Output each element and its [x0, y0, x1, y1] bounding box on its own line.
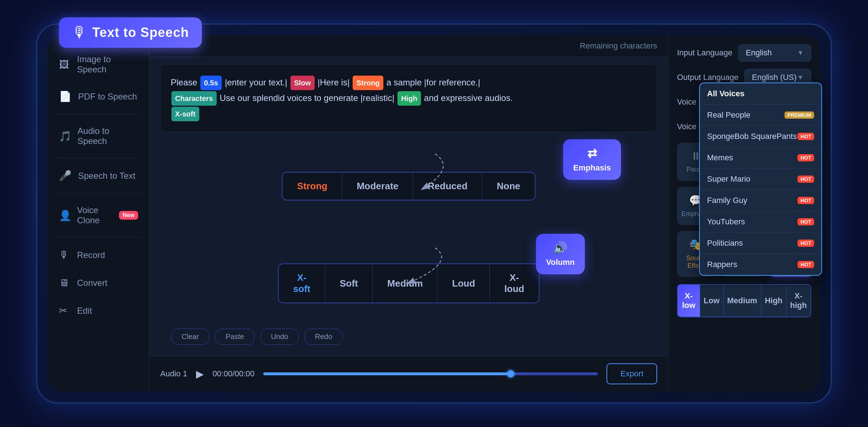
sidebar-item-image-to-speech[interactable]: 🖼 Image to Speech — [48, 46, 149, 83]
text-segment-5: Use our splendid voices to generate |rea… — [220, 93, 397, 103]
emphasis-fab-container: ⇄ Emphasis — [563, 139, 621, 180]
volumn-btn-xsoft[interactable]: X-soft — [279, 264, 326, 303]
pitch-btn-high[interactable]: High — [761, 285, 787, 317]
emphasis-row: Strong Moderate Reduced None — [282, 172, 535, 200]
audio-icon: 🎵 — [59, 130, 71, 142]
emphasis-btn-moderate[interactable]: Moderate — [342, 173, 413, 200]
content-area: Remaining characters Please 0.5s |enter … — [149, 35, 668, 392]
undo-button[interactable]: Undo — [260, 329, 299, 345]
volumn-fab[interactable]: 🔊 Volumn — [536, 234, 585, 274]
hot-badge-politicians: HOT — [797, 240, 814, 247]
mic-icon: 🎤 — [59, 170, 72, 182]
emphasis-btn-reduced[interactable]: Reduced — [413, 173, 482, 200]
outer-shell: 🎙 Text to Speech 🖼 Image to Speech 📄 PDF… — [36, 24, 832, 403]
emphasis-btn-none[interactable]: None — [482, 173, 535, 200]
convert-icon: 🖥 — [59, 277, 71, 289]
dropdown-item-memes[interactable]: Memes HOT — [700, 147, 820, 169]
sidebar-label-pdf-to-speech: PDF to Speech — [78, 92, 137, 102]
export-button[interactable]: Export — [607, 363, 657, 384]
dropdown-label-memes: Memes — [707, 153, 733, 162]
volumn-btn-row: X-soft Soft Medium Loud X-loud — [278, 263, 540, 303]
sidebar-label-convert: Convert — [77, 278, 107, 288]
emphasis-fab[interactable]: ⇄ Emphasis — [563, 139, 621, 180]
dropdown-label-super-mario: Super Mario — [707, 174, 750, 184]
pitch-btn-xhigh[interactable]: X-high — [787, 285, 810, 317]
volumn-fab-icon: 🔊 — [553, 241, 567, 255]
dropdown-item-rappers[interactable]: Rappers HOT — [700, 254, 820, 275]
sidebar-item-edit[interactable]: ✂ Edit — [48, 297, 149, 325]
progress-bar[interactable] — [263, 372, 598, 375]
sidebar-item-record[interactable]: 🎙 Record — [48, 241, 149, 269]
dropdown-item-all-voices[interactable]: All Voices — [700, 83, 820, 105]
hot-badge-youtubers: HOT — [797, 218, 814, 225]
volumn-fab-container: 🔊 Volumn — [536, 234, 585, 274]
clear-button[interactable]: Clear — [171, 329, 209, 345]
emphasis-btn-row: Strong Moderate Reduced None — [282, 172, 535, 200]
dropdown-item-politicians[interactable]: Politicians HOT — [700, 233, 820, 254]
paste-button[interactable]: Paste — [215, 329, 255, 345]
progress-thumb — [507, 370, 514, 377]
pitch-btn-low[interactable]: Low — [700, 285, 724, 317]
sidebar-item-speech-to-text[interactable]: 🎤 Speech to Text — [48, 162, 149, 190]
text-segment-6: and expressive audios. — [424, 93, 512, 103]
hot-badge-rappers: HOT — [797, 261, 814, 268]
input-language-row: Input Language English ▼ — [677, 44, 811, 62]
tag-xsoft: X-soft — [171, 107, 199, 121]
emphasis-btn-strong[interactable]: Strong — [282, 173, 342, 200]
input-language-arrow: ▼ — [797, 49, 804, 57]
clone-icon: 👤 — [59, 210, 71, 221]
premium-badge-real-people: PREMIUM — [784, 111, 814, 119]
bottom-toolbar: Clear Paste Undo Redo — [160, 325, 657, 348]
tag-slow: Slow — [290, 76, 315, 90]
pitch-btn-medium[interactable]: Medium — [724, 285, 761, 317]
play-button[interactable]: ▶ — [196, 368, 204, 380]
output-language-arrow: ▼ — [797, 74, 804, 81]
text-segment-4: a sample |for reference.| — [387, 77, 480, 87]
edit-icon: ✂ — [59, 305, 71, 317]
pitch-btn-xlow[interactable]: X-low — [678, 285, 700, 317]
right-panel: Input Language English ▼ Output Language… — [668, 35, 820, 392]
dropdown-label-youtubers: YouTubers — [707, 217, 745, 227]
dropdown-item-spongebob[interactable]: SpongeBob SquarePants HOT — [700, 126, 820, 147]
emphasis-fab-icon: ⇄ — [587, 147, 597, 160]
editor-section: Please 0.5s |enter your text.| Slow |Her… — [149, 57, 668, 356]
volumn-btn-medium[interactable]: Medium — [373, 264, 438, 303]
sidebar: 🖼 Image to Speech 📄 PDF to Speech 🎵 Audi… — [48, 35, 149, 392]
sidebar-item-pdf-to-speech[interactable]: 📄 PDF to Speech — [48, 83, 149, 110]
sidebar-item-audio-to-speech[interactable]: 🎵 Audio to Speech — [48, 118, 149, 154]
volumn-btn-loud[interactable]: Loud — [438, 264, 490, 303]
text-segment-3: |Here is| — [318, 77, 352, 87]
voice-type-dropdown: All Voices Real People PREMIUM SpongeBob… — [699, 83, 820, 276]
dropdown-item-real-people[interactable]: Real People PREMIUM — [700, 105, 820, 126]
text-display[interactable]: Please 0.5s |enter your text.| Slow |Her… — [160, 64, 657, 132]
input-language-select[interactable]: English ▼ — [738, 44, 811, 62]
hot-badge-family-guy: HOT — [797, 197, 814, 204]
volumn-fab-label: Volumn — [546, 258, 575, 267]
volumn-row: X-soft Soft Medium Loud X-loud — [278, 263, 540, 303]
sidebar-label-audio-to-speech: Audio to Speech — [77, 126, 138, 146]
dropdown-item-youtubers[interactable]: YouTubers HOT — [700, 211, 820, 233]
logo-text: Text to Speech — [92, 25, 189, 40]
dropdown-item-super-mario[interactable]: Super Mario HOT — [700, 169, 820, 190]
dropdown-item-family-guy[interactable]: Family Guy HOT — [700, 190, 820, 211]
tag-characters: Characters — [171, 91, 217, 106]
sidebar-item-convert[interactable]: 🖥 Convert — [48, 269, 149, 297]
sidebar-label-edit: Edit — [77, 306, 92, 316]
dropdown-label-real-people: Real People — [707, 110, 750, 120]
dropdown-label-rappers: Rappers — [707, 260, 737, 269]
sidebar-divider-1 — [55, 114, 142, 114]
dropdown-label-family-guy: Family Guy — [707, 196, 747, 205]
logo-icon: 🎙 — [72, 24, 87, 41]
sidebar-label-image-to-speech: Image to Speech — [77, 54, 138, 75]
tag-strong: Strong — [353, 76, 383, 90]
text-segment-2: |enter your text.| — [225, 77, 290, 87]
hot-badge-mario: HOT — [797, 176, 814, 183]
redo-button[interactable]: Redo — [305, 329, 343, 345]
emphasis-fab-label: Emphasis — [573, 163, 611, 173]
progress-fill — [263, 372, 514, 375]
volumn-btn-xloud[interactable]: X-loud — [490, 264, 539, 303]
pdf-icon: 📄 — [59, 90, 72, 102]
sidebar-label-voice-clone: Voice Clone — [77, 205, 112, 225]
volumn-btn-soft[interactable]: Soft — [325, 264, 373, 303]
sidebar-item-voice-clone[interactable]: 👤 Voice Clone New — [48, 197, 149, 233]
